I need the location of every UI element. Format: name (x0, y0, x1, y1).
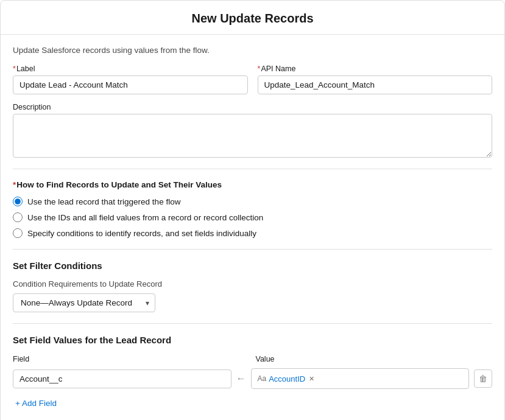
api-name-group: *API Name (258, 65, 493, 94)
field-col-header: Field (13, 354, 217, 363)
field-values-section: Set Field Values for the Lead Record Fie… (13, 335, 492, 411)
value-tag: Aa AccountID ✕ (258, 374, 315, 383)
field-value-header: Field Value (13, 354, 492, 363)
value-box: Aa AccountID ✕ (251, 368, 470, 389)
label-input[interactable] (13, 75, 248, 94)
divider-2 (13, 249, 492, 250)
subtitle: Update Salesforce records using values f… (13, 46, 492, 55)
how-to-find-title: *How to Find Records to Update and Set T… (13, 180, 492, 189)
description-textarea[interactable] (13, 114, 492, 158)
radio-label-3: Specify conditions to identify records, … (27, 229, 256, 238)
trash-icon: 🗑 (479, 374, 487, 383)
label-required-star: * (13, 65, 16, 73)
value-col-label: Value (256, 355, 275, 363)
label-group: *Label (13, 65, 248, 94)
field-value-row: ← Aa AccountID ✕ 🗑 (13, 368, 492, 389)
api-required-star: * (258, 65, 261, 73)
modal-title: New Update Records (13, 12, 492, 26)
field-values-title: Set Field Values for the Lead Record (13, 335, 492, 345)
radio-input-3[interactable] (13, 228, 23, 238)
radio-label-1: Use the lead record that triggered the f… (27, 197, 180, 206)
radio-input-1[interactable] (13, 197, 23, 206)
radio-option-3[interactable]: Specify conditions to identify records, … (13, 228, 492, 238)
label-field-label: *Label (13, 65, 248, 73)
value-tag-close-icon[interactable]: ✕ (309, 375, 314, 383)
condition-label: Condition Requirements to Update Record (13, 279, 492, 289)
filter-title: Set Filter Conditions (13, 261, 492, 271)
description-group: Description (13, 103, 492, 158)
condition-select-wrapper: None—Always Update Record All Conditions… (13, 293, 155, 312)
how-to-find-section: *How to Find Records to Update and Set T… (13, 180, 492, 238)
modal-body: Update Salesforce records using values f… (1, 35, 504, 420)
how-required-star: * (13, 180, 16, 189)
condition-select[interactable]: None—Always Update Record All Conditions… (13, 293, 155, 312)
arrow-icon: ← (236, 373, 246, 384)
filter-section: Set Filter Conditions Condition Requirem… (13, 261, 492, 312)
description-label: Description (13, 103, 492, 111)
divider-3 (13, 323, 492, 324)
delete-row-button[interactable]: 🗑 (474, 369, 492, 388)
modal-header: New Update Records (1, 1, 504, 35)
value-col-header: Value (256, 354, 460, 363)
radio-option-1[interactable]: Use the lead record that triggered the f… (13, 197, 492, 206)
radio-option-2[interactable]: Use the IDs and all field values from a … (13, 212, 492, 222)
radio-group: Use the lead record that triggered the f… (13, 197, 492, 238)
label-api-row: *Label *API Name (13, 65, 492, 94)
value-tag-text: AccountID (269, 374, 305, 383)
api-name-input[interactable] (258, 75, 493, 94)
radio-label-2: Use the IDs and all field values from a … (27, 213, 263, 222)
api-name-label: *API Name (258, 65, 493, 73)
value-tag-type-icon: Aa (258, 374, 267, 383)
add-field-label: + Add Field (15, 399, 57, 408)
field-col-label: Field (13, 355, 29, 363)
radio-input-2[interactable] (13, 212, 23, 222)
add-field-button[interactable]: + Add Field (13, 395, 59, 411)
divider-1 (13, 169, 492, 169)
modal-container: New Update Records Update Salesforce rec… (0, 0, 505, 420)
field-input[interactable] (13, 369, 231, 388)
